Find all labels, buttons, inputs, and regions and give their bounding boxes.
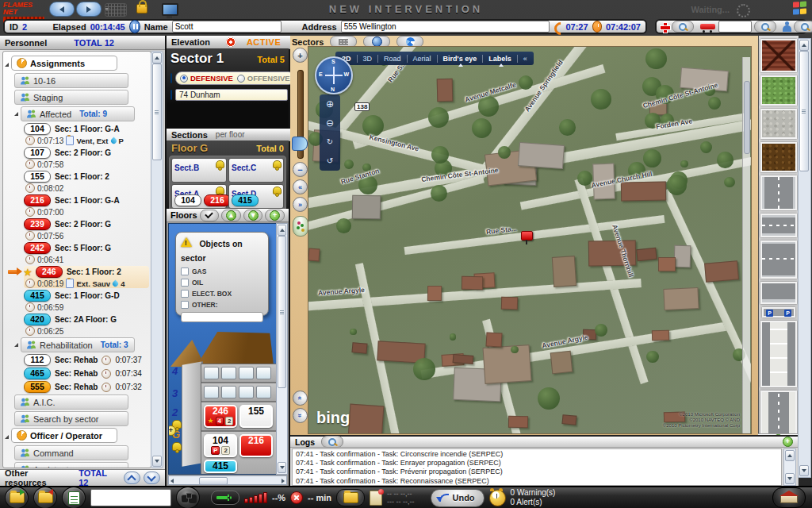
unit-row-216[interactable]: 216Sec: 1 Floor: G-A0:07:00 [24,194,149,217]
grass-tile[interactable] [760,75,797,106]
map-nav-bird-s-eye[interactable]: Bird's eye [443,55,477,63]
unit-row-420[interactable]: 420Sec: 2A Floor: G0:06:25 [24,314,149,336]
pan-down-button[interactable]: » [293,408,308,423]
pause-timer-button[interactable] [129,20,140,33]
section-cell-sect-c[interactable]: Sect.C [228,158,284,183]
incident-pin-icon[interactable] [521,231,533,241]
scroll-up-button[interactable] [152,52,162,64]
add-floor-button[interactable]: + [265,210,285,221]
tree-item-a-i-c[interactable]: A.I.C. [14,394,149,410]
scroll-down-button[interactable] [785,473,795,484]
scroll-down-button[interactable] [799,465,809,476]
object-option-elect-box[interactable]: ELECT. BOX [181,290,263,298]
sector-address-input[interactable] [175,89,288,101]
section-cell-sect-d[interactable]: Sect.D415 [228,184,284,209]
map-nav-aerial[interactable]: Aerial [413,55,431,63]
map-scrollbar[interactable] [742,57,750,434]
report-button[interactable] [62,487,86,508]
tree-section-officer-operator[interactable]: Officer / Operator [5,428,149,444]
pan-up-button[interactable]: « [293,391,308,406]
zoom-slider-handle[interactable] [292,137,308,151]
unit-row-415[interactable]: 415Sec: 1 Floor: G-D0:06:59 [24,290,149,312]
personnel-scrollbar[interactable] [151,51,163,468]
tree-item-command[interactable]: Command [14,445,149,460]
building-unit-104[interactable]: 104P2 [204,434,237,457]
open-folder-button[interactable] [5,487,29,508]
logs-scrollbar[interactable] [783,448,796,486]
unit-badge[interactable]: 415 [24,290,51,302]
unit-badge[interactable]: 216 [204,194,231,206]
scroll-down-button[interactable] [152,456,162,467]
building-unit-216[interactable]: 216 [239,434,273,457]
offensive-radio[interactable] [237,75,245,83]
parking-strip-tile[interactable]: PP [762,307,795,318]
alarm-clock-icon[interactable] [489,490,506,506]
scroll-thumb[interactable] [152,64,162,160]
floor-up-button[interactable]: ▲ [221,210,241,221]
unit-row-155[interactable]: 155Sec: 1 Floor: 20:08:02 [24,171,149,193]
unit-badge[interactable]: 242 [24,242,51,254]
object-option-gas[interactable]: GAS [181,267,263,275]
scroll-thumb[interactable] [278,236,286,388]
intersection-tile[interactable] [760,241,797,279]
taskbar-search-input[interactable] [90,489,171,506]
logs-search-button[interactable] [321,436,343,448]
checkbox[interactable] [181,301,189,309]
target-icon[interactable] [226,37,236,47]
unit-badge[interactable]: 104 [174,194,201,206]
object-option-other[interactable]: OTHER: [181,301,263,309]
scroll-down-button[interactable] [278,462,286,473]
unit-row-112[interactable]: 112Sec: Rehab0:07:37 [24,354,149,366]
tree-item-rehabilitation[interactable]: RehabilitationTotal: 3 [14,337,149,352]
map-nav-3d[interactable]: 3D [363,55,373,63]
bell-icon[interactable] [170,441,182,453]
elevation-hscrollbar[interactable] [168,475,287,485]
zoom-in-button[interactable]: + [293,48,308,63]
tree-item-staging[interactable]: Staging [14,90,149,105]
document-alert-icon[interactable] [370,491,382,506]
floor-down-button[interactable]: ▼ [243,210,263,221]
road-horizontal-tile[interactable] [760,214,797,237]
unit-badge[interactable]: 465 [24,368,51,379]
birds-eye-map[interactable]: Rue S...Avenue SpringfieldAvenue Metcalf… [308,46,752,434]
unit-badge[interactable]: 216 [24,194,51,206]
map-nav-road[interactable]: Road [384,55,401,63]
close-folder-button[interactable] [33,487,57,508]
confirm-floor-button[interactable] [200,210,220,221]
street-grid-tile[interactable] [760,321,797,387]
collapse-left-button[interactable]: « [293,179,308,194]
tree-item-assistant[interactable]: Assistant [14,462,149,468]
object-option-oil[interactable]: OIL [181,279,263,287]
unit-row-104[interactable]: 104Sec: 1 Floor: G-A0:07:13Vent, ExtP [24,123,149,145]
tree-section-assignments[interactable]: Assignments [5,56,149,71]
unit-badge[interactable]: 246 [36,266,63,278]
scroll-up-button[interactable] [799,40,809,51]
building-unit-155[interactable]: 155 [239,405,273,428]
magnify-out-icon[interactable]: ⊖ [326,118,334,128]
unit-badge[interactable]: 107 [24,147,51,159]
road-vertical-tile[interactable] [760,175,797,210]
concrete-tile[interactable] [760,109,797,139]
scroll-thumb[interactable] [199,477,228,485]
road-edge-tile[interactable] [760,282,797,304]
unit-badge[interactable]: 112 [24,354,51,366]
unit-row-246[interactable]: ★246Sec: 1 Floor: 20:08:19Ext. Sauv4 [24,266,149,288]
unit-badge[interactable]: 239 [24,218,51,230]
unit-badge[interactable]: 415 [232,194,259,206]
add-log-button[interactable]: + [783,437,793,447]
other-resources-bar[interactable]: Other resources TOTAL 12 [0,469,165,486]
scroll-up-button[interactable] [785,450,795,461]
rotate-ccw-icon[interactable]: ↺ [327,156,333,166]
unit-row-465[interactable]: 465Sec: Rehab0:07:34 [24,368,149,379]
defensive-radio[interactable] [180,75,188,83]
building-unit-246[interactable]: 246★42 [204,405,237,428]
section-cell-sect-b[interactable]: Sect.B [171,158,227,183]
unit-badge[interactable]: 555 [24,381,51,393]
tree-item-10-16[interactable]: 10-16 [14,73,149,88]
scroll-up-button[interactable] [278,225,286,236]
building-unit-415[interactable]: 415 [204,460,237,473]
rotate-cw-icon[interactable]: ↻ [327,137,333,147]
unit-badge[interactable]: 155 [24,171,51,183]
unit-row-107[interactable]: 107Sec: 2 Floor: G0:07:58 [24,147,149,169]
unit-row-242[interactable]: 242Sec: 5 Floor: G0:06:41 [24,242,149,264]
